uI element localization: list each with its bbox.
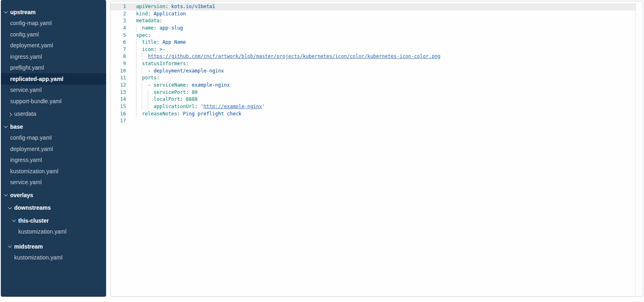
tree-folder-this-cluster[interactable]: this-cluster xyxy=(1,215,106,226)
code-link[interactable]: http://example-nginx xyxy=(203,104,262,109)
indent-guide xyxy=(136,82,142,89)
code-line[interactable]: 8https://github.com/cncf/artwork/blob/ma… xyxy=(111,53,635,60)
tree-folder-midstream[interactable]: midstream xyxy=(1,241,106,252)
line-number: 11 xyxy=(111,74,126,82)
tree-item-label: deployment.yaml xyxy=(10,146,53,152)
tree-file-config-map-yaml[interactable]: config-map.yaml xyxy=(1,18,106,29)
code-token: Application xyxy=(154,11,186,17)
line-content xyxy=(136,117,635,125)
code-line[interactable]: 5spec: xyxy=(111,32,635,39)
line-content: - serviceName: example-nginx xyxy=(136,82,635,89)
tree-item-label: userdata xyxy=(14,111,36,117)
tree-folder-userdata[interactable]: userdata xyxy=(1,108,106,120)
code-line[interactable]: 11ports: xyxy=(111,74,635,82)
code-token: App Name xyxy=(162,39,186,45)
line-number: 8 xyxy=(111,53,126,60)
code-line[interactable]: 6title: App Name xyxy=(111,39,635,46)
tree-file-service-yaml[interactable]: service.yaml xyxy=(1,85,106,96)
code-token: apiVersion xyxy=(136,4,165,9)
chevron-down-icon xyxy=(8,244,12,248)
tree-folder-downstreams[interactable]: downstreams xyxy=(1,202,106,214)
tree-folder-upstream[interactable]: upstream xyxy=(1,6,106,18)
tree-file-kustomization-yaml[interactable]: kustomization.yaml xyxy=(1,252,106,264)
line-content: statusInformers: xyxy=(136,60,635,68)
code-token: releaseNotes xyxy=(142,111,177,117)
line-decoration xyxy=(126,68,136,75)
line-number: 2 xyxy=(111,11,126,18)
line-decoration xyxy=(126,53,136,60)
editor-scrollbar[interactable] xyxy=(635,1,643,296)
tree-file-support-bundle-yaml[interactable]: support-bundle.yaml xyxy=(1,96,106,107)
line-number: 15 xyxy=(111,103,126,111)
code-line[interactable]: 10- deployment/example-nginx xyxy=(111,68,635,75)
code-token: : xyxy=(177,111,183,117)
tree-file-deployment-yaml[interactable]: deployment.yaml xyxy=(1,143,106,155)
file-tree: upstreamconfig-map.yamlconfig.yamldeploy… xyxy=(1,6,106,263)
code-editor[interactable]: 1apiVersion: kots.io/v1beta12kind: Appli… xyxy=(111,1,635,296)
tree-item-label: config-map.yaml xyxy=(10,134,52,141)
indent-guide xyxy=(136,89,142,96)
tree-file-kustomization-yaml[interactable]: kustomization.yaml xyxy=(1,226,106,238)
code-token: : xyxy=(154,25,159,31)
tree-item-label: config-map.yaml xyxy=(10,20,52,26)
code-line[interactable]: 7icon: >- xyxy=(111,46,635,53)
line-decoration xyxy=(126,11,136,18)
code-line[interactable]: 2kind: Application xyxy=(111,11,635,18)
line-decoration xyxy=(126,96,136,103)
code-line[interactable]: 4name: app-slug xyxy=(111,25,635,32)
code-token: : xyxy=(154,47,159,52)
code-token: icon xyxy=(142,47,154,52)
code-token: app-slug xyxy=(160,25,183,31)
code-token: : xyxy=(160,18,162,23)
tree-file-config-yaml[interactable]: config.yaml xyxy=(1,29,106,40)
tree-file-replicated-app-yaml[interactable]: replicated-app.yaml xyxy=(1,73,106,85)
tree-file-ingress-yaml[interactable]: ingress.yaml xyxy=(1,155,106,166)
code-line[interactable]: 13servicePort: 80 xyxy=(111,89,635,96)
indent-guide xyxy=(136,103,142,111)
code-line[interactable]: 16releaseNotes: Ping preflight check xyxy=(111,111,635,118)
code-line[interactable]: 17 xyxy=(111,117,635,125)
tree-item-label: kustomization.yaml xyxy=(14,254,62,261)
code-line[interactable]: 1apiVersion: kots.io/v1beta1 xyxy=(111,3,635,11)
code-line[interactable]: 9statusInformers: xyxy=(111,60,635,68)
line-number: 16 xyxy=(111,111,126,118)
tree-file-service-yaml[interactable]: service.yaml xyxy=(1,177,106,188)
code-token: : xyxy=(148,11,154,17)
tree-file-kustomization-yaml[interactable]: kustomization.yaml xyxy=(1,166,106,177)
code-token: : xyxy=(157,39,162,45)
chevron-right-icon xyxy=(8,113,12,117)
code-token: Ping preflight check xyxy=(183,111,242,117)
tree-item-label: midstream xyxy=(14,243,43,250)
code-token: title xyxy=(142,39,156,45)
tree-file-deployment-yaml[interactable]: deployment.yaml xyxy=(1,40,106,51)
line-content: title: App Name xyxy=(136,39,635,46)
code-token: : xyxy=(165,4,171,9)
code-line[interactable]: 12- serviceName: example-nginx xyxy=(111,82,635,89)
chevron-down-icon xyxy=(4,9,8,13)
code-token: serviceName xyxy=(154,82,186,88)
tree-item-label: support-bundle.yaml xyxy=(10,98,62,104)
indent-guide xyxy=(136,111,142,118)
tree-file-preflight-yaml[interactable]: preflight.yaml xyxy=(1,62,106,74)
code-link[interactable]: https://github.com/cncf/artwork/blob/mas… xyxy=(148,53,440,59)
code-line[interactable]: 3metadata: xyxy=(111,17,635,25)
line-number: 9 xyxy=(111,60,126,68)
indent-guide xyxy=(148,96,154,103)
tree-folder-overlays[interactable]: overlays xyxy=(1,189,106,201)
line-number: 10 xyxy=(111,68,126,75)
code-line[interactable]: 14localPort: 8888 xyxy=(111,96,635,103)
tree-file-config-map-yaml[interactable]: config-map.yaml xyxy=(1,132,106,144)
line-number: 3 xyxy=(111,17,126,25)
code-token: ports xyxy=(142,75,156,81)
line-decoration xyxy=(126,82,136,89)
line-number: 13 xyxy=(111,89,126,96)
tree-file-ingress-yaml[interactable]: ingress.yaml xyxy=(1,51,106,62)
tree-folder-base[interactable]: base xyxy=(1,121,106,132)
code-token: example-nginx xyxy=(192,82,230,88)
tree-item-label: service.yaml xyxy=(10,179,42,185)
code-token: localPort xyxy=(154,96,180,102)
code-token: kind xyxy=(136,11,148,17)
code-token: : xyxy=(186,61,189,66)
code-line[interactable]: 15applicationUrl: 'http://example-nginx' xyxy=(111,103,635,111)
code-token: : xyxy=(157,75,160,81)
